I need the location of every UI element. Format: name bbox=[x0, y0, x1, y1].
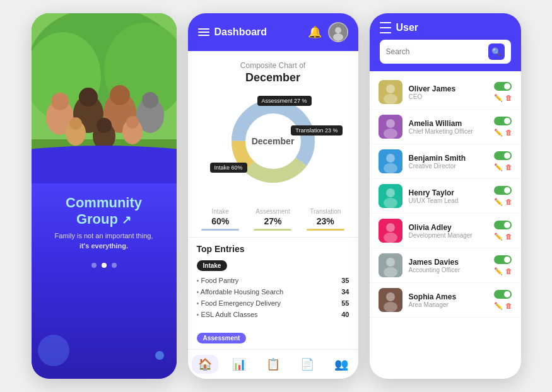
toggle-switch[interactable] bbox=[494, 117, 512, 125]
stat-assessment-label: Assessment bbox=[247, 208, 299, 215]
action-icons: ✏️ 🗑 bbox=[494, 129, 512, 137]
svg-point-10 bbox=[110, 85, 130, 105]
top-entries-title: Top Entries bbox=[197, 244, 349, 254]
search-button[interactable]: 🔍 bbox=[488, 43, 505, 60]
delete-icon[interactable]: 🗑 bbox=[505, 233, 512, 241]
user-name: Benjamin Smith bbox=[409, 154, 488, 163]
entry-value: 35 bbox=[341, 277, 349, 284]
bell-icon[interactable]: 🔔 bbox=[308, 25, 322, 39]
user-actions: ✏️ 🗑 bbox=[494, 255, 512, 275]
footer-doc[interactable]: 📄 bbox=[294, 355, 320, 374]
delete-icon[interactable]: 🗑 bbox=[505, 302, 512, 310]
delete-icon[interactable]: 🗑 bbox=[505, 129, 512, 137]
edit-icon[interactable]: ✏️ bbox=[494, 302, 503, 310]
edit-icon[interactable]: ✏️ bbox=[494, 129, 503, 137]
toggle-switch[interactable] bbox=[494, 151, 512, 160]
blob-decoration bbox=[38, 335, 69, 366]
dot-3[interactable] bbox=[112, 263, 117, 268]
action-icons: ✏️ 🗑 bbox=[494, 94, 512, 102]
user-item[interactable]: Oliver James CEO ✏️ 🗑 bbox=[370, 75, 521, 110]
footer-list[interactable]: 📋 bbox=[260, 355, 286, 374]
action-icons: ✏️ 🗑 bbox=[494, 198, 512, 206]
action-icons: ✏️ 🗑 bbox=[494, 163, 512, 171]
svg-point-8 bbox=[79, 88, 98, 107]
delete-icon[interactable]: 🗑 bbox=[505, 198, 512, 206]
user-actions: ✏️ 🗑 bbox=[494, 151, 512, 171]
user-actions: ✏️ 🗑 bbox=[494, 290, 512, 310]
dot-2[interactable] bbox=[102, 263, 107, 268]
user-info: Sophia Ames Area Manager bbox=[409, 292, 488, 308]
user-item[interactable]: Benjamin Smith Creative Director ✏️ 🗑 bbox=[370, 144, 521, 179]
svg-point-35 bbox=[386, 154, 395, 163]
user-name: Henry Taylor bbox=[409, 188, 488, 197]
user-actions: ✏️ 🗑 bbox=[494, 117, 512, 137]
svg-point-33 bbox=[384, 129, 397, 139]
user-name: Sophia Ames bbox=[409, 292, 488, 301]
intake-entry-row: Food Emergency Delivery55 bbox=[197, 297, 349, 309]
list-icon: 📋 bbox=[266, 357, 280, 371]
user-avatar bbox=[379, 184, 402, 208]
svg-point-21 bbox=[335, 27, 341, 33]
panel-dashboard: Dashboard 🔔 Composite Chart of December bbox=[188, 13, 358, 379]
header-right: 🔔 bbox=[308, 22, 348, 42]
user-role: UI/UX Team Lead bbox=[409, 197, 488, 204]
toggle-switch[interactable] bbox=[494, 221, 512, 229]
dashboard-header: Dashboard 🔔 bbox=[188, 13, 358, 51]
svg-point-44 bbox=[386, 258, 395, 267]
edit-icon[interactable]: ✏️ bbox=[494, 198, 503, 206]
user-list: Oliver James CEO ✏️ 🗑 Amelia William bbox=[370, 71, 521, 379]
stat-assessment-value: 27% bbox=[247, 216, 299, 226]
user-item[interactable]: Henry Taylor UI/UX Team Lead ✏️ 🗑 bbox=[370, 179, 521, 214]
user-hamburger-icon[interactable] bbox=[380, 22, 391, 33]
intake-entry-row: Food Pantry35 bbox=[197, 275, 349, 286]
blob-decoration-small bbox=[155, 351, 164, 360]
tooltip-intake: Intake 60% bbox=[210, 163, 247, 173]
entry-name: Food Emergency Delivery bbox=[197, 299, 281, 307]
hamburger-icon[interactable] bbox=[198, 28, 209, 36]
toggle-switch[interactable] bbox=[494, 186, 512, 195]
footer-chart[interactable]: 📊 bbox=[226, 355, 252, 374]
footer-users[interactable]: 👥 bbox=[328, 355, 355, 374]
user-item[interactable]: Olivia Adley Development Manager ✏️ 🗑 bbox=[370, 214, 521, 248]
user-header-top: User bbox=[380, 22, 511, 33]
user-info: Benjamin Smith Creative Director bbox=[409, 154, 488, 170]
stat-intake-bar bbox=[201, 229, 239, 231]
stat-translation: Translation 23% bbox=[299, 208, 351, 231]
panel-user: User 🔍 Oliver James CEO ✏️ bbox=[370, 13, 521, 379]
user-actions: ✏️ 🗑 bbox=[494, 82, 512, 102]
delete-icon[interactable]: 🗑 bbox=[505, 267, 512, 275]
toggle-switch[interactable] bbox=[494, 290, 512, 299]
chart-section: Composite Chart of December Dec bbox=[188, 51, 358, 203]
svg-point-48 bbox=[384, 302, 397, 312]
delete-icon[interactable]: 🗑 bbox=[505, 163, 512, 171]
user-avatar[interactable] bbox=[328, 22, 348, 42]
edit-icon[interactable]: ✏️ bbox=[494, 94, 503, 102]
chart-title: December bbox=[198, 71, 348, 84]
user-role: CEO bbox=[409, 93, 488, 100]
user-info: Henry Taylor UI/UX Team Lead bbox=[409, 188, 488, 204]
user-role: Accounting Officer bbox=[409, 267, 488, 274]
edit-icon[interactable]: ✏️ bbox=[494, 163, 503, 171]
svg-point-42 bbox=[384, 233, 397, 243]
stat-intake-label: Intake bbox=[194, 208, 247, 215]
search-input[interactable] bbox=[386, 47, 484, 56]
intake-badge: Intake bbox=[197, 260, 228, 271]
dashboard-footer: 🏠 📊 📋 📄 👥 bbox=[188, 349, 358, 379]
dot-1[interactable] bbox=[91, 263, 97, 268]
toggle-switch[interactable] bbox=[494, 82, 512, 91]
user-item[interactable]: Sophia Ames Area Manager ✏️ 🗑 bbox=[370, 283, 521, 318]
user-item[interactable]: Amelia William Chief Marketing Officer ✏… bbox=[370, 110, 521, 144]
toggle-switch[interactable] bbox=[494, 255, 512, 264]
delete-icon[interactable]: 🗑 bbox=[505, 94, 512, 102]
edit-icon[interactable]: ✏️ bbox=[494, 267, 503, 275]
users-icon: 👥 bbox=[334, 357, 348, 371]
intake-entry-row: Affordable Housing Search34 bbox=[197, 286, 349, 297]
edit-icon[interactable]: ✏️ bbox=[494, 233, 503, 241]
stat-assessment: Assessment 27% bbox=[247, 208, 299, 231]
user-actions: ✏️ 🗑 bbox=[494, 221, 512, 241]
footer-home[interactable]: 🏠 bbox=[192, 355, 218, 374]
stat-translation-label: Translation bbox=[299, 208, 351, 215]
user-item[interactable]: James Davies Accounting Officer ✏️ 🗑 bbox=[370, 248, 521, 283]
dashboard-body: Composite Chart of December Dec bbox=[188, 51, 358, 349]
pagination-dots bbox=[91, 263, 117, 268]
